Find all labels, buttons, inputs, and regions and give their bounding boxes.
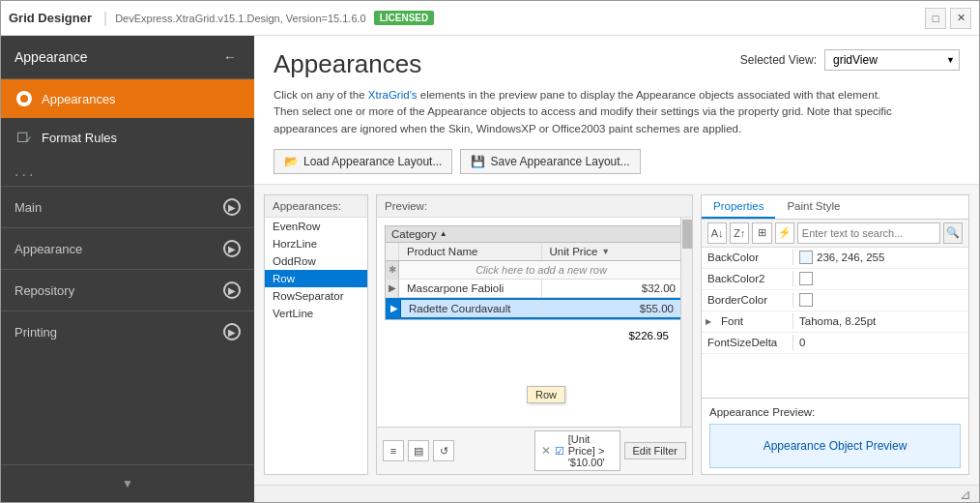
tooltip-text: Row — [535, 389, 557, 400]
load-appearance-button[interactable]: 📂 Load Appearance Layout... — [274, 149, 452, 174]
grid-view-button[interactable]: ⊞ — [752, 222, 771, 244]
sidebar-section-printing[interactable]: Printing ▶ — [1, 311, 254, 352]
prop-row-backcolor2: BackColor2 — [702, 269, 968, 290]
prop-value-backcolor[interactable]: 236, 246, 255 — [793, 249, 959, 266]
prop-name-bordercolor: BorderColor — [702, 292, 793, 308]
sort-za-button[interactable]: Z↑ — [730, 222, 749, 244]
appearances-panel-header: Appearances: — [265, 195, 367, 218]
page-title: Appearances — [274, 49, 421, 79]
prop-name-font: Font — [715, 313, 793, 329]
cell-price-1: $32.00 — [542, 280, 684, 297]
prop-value-bordercolor[interactable] — [793, 291, 968, 309]
sidebar-bottom-chevron-btn[interactable]: ▼ — [1, 464, 254, 502]
sidebar-appearance-chevron: ▶ — [223, 240, 241, 257]
prop-value-fontsizedelta[interactable]: 0 — [793, 335, 968, 350]
sidebar-header: Appearance ← — [1, 36, 254, 79]
panels-area: Appearances: EvenRow HorzLine OddRow Row… — [254, 185, 979, 485]
resize-handle[interactable]: ⊿ — [960, 487, 971, 502]
sidebar-item-format-rules[interactable]: ☐ ✓ Format Rules — [1, 118, 254, 157]
cell-product-2: Radette Courdavault — [401, 300, 542, 317]
list-item-vertline[interactable]: VertLine — [265, 305, 367, 322]
sidebar-section-appearance[interactable]: Appearance ▶ — [1, 227, 254, 269]
refresh-button[interactable]: ↺ — [433, 440, 454, 461]
grid-category-row: Category — [386, 226, 683, 243]
font-value: Tahoma, 8.25pt — [799, 315, 876, 327]
title-bar: Grid Designer | DevExpress.XtraGrid.v15.… — [1, 1, 979, 36]
list-item-rowseparator[interactable]: RowSeparator — [265, 287, 367, 305]
list-item-oddrow[interactable]: OddRow — [265, 252, 367, 270]
appearance-list: EvenRow HorzLine OddRow Row RowSeparator… — [265, 218, 367, 474]
preview-content: Category Product Name Unit Price — [377, 218, 692, 427]
sidebar-repository-chevron: ▶ — [223, 281, 241, 299]
sidebar-item-appearances[interactable]: Appearances — [1, 79, 254, 118]
grid-new-row: ✱ Click here to add a new row — [386, 261, 683, 280]
fontsizedelta-value: 0 — [799, 337, 805, 348]
cell-price-2: $55.00 — [542, 300, 682, 317]
list-item-evenrow[interactable]: EvenRow — [265, 218, 367, 235]
list-item-row[interactable]: Row — [265, 270, 367, 287]
sidebar-header-title: Appearance — [14, 49, 219, 65]
sidebar-section-main[interactable]: Main ▶ — [1, 186, 254, 227]
close-button[interactable]: ✕ — [950, 8, 971, 29]
edit-filter-button[interactable]: Edit Filter — [624, 442, 686, 459]
sidebar-section-repository-label: Repository — [14, 283, 74, 298]
properties-panel: Properties Paint Style A↓ Z↑ ⊞ ⚡ 🔍 — [701, 194, 969, 475]
prop-row-bordercolor: BorderColor — [702, 290, 968, 311]
tab-paint-style[interactable]: Paint Style — [775, 195, 851, 219]
minimize-button[interactable]: □ — [925, 8, 946, 29]
appearance-preview-section: Appearance Preview: Appearance Object Pr… — [702, 398, 968, 474]
prop-name-fontsizedelta: FontSizeDelta — [702, 335, 793, 350]
filter-close-button[interactable]: ✕ — [541, 444, 551, 458]
load-icon: 📂 — [284, 155, 299, 168]
status-bar: ⊿ — [254, 485, 979, 502]
column-unit-price[interactable]: Unit Price ▼ — [542, 243, 684, 260]
filter-checkbox[interactable]: ☑ — [555, 445, 564, 458]
cell-product-1: Mascarpone Fabioli — [399, 280, 542, 297]
category-button[interactable]: Category — [391, 228, 447, 240]
new-row-text[interactable]: Click here to add a new row — [399, 261, 683, 279]
list-item-horzline[interactable]: HorzLine — [265, 235, 367, 252]
backcolor-value: 236, 246, 255 — [817, 252, 884, 263]
prop-value-backcolor2[interactable] — [793, 270, 968, 287]
prop-name-backcolor2: BackColor2 — [702, 271, 793, 286]
prop-value-font[interactable]: Tahoma, 8.25pt — [793, 313, 968, 329]
licensed-badge: LICENSED — [374, 11, 435, 25]
table-view-button[interactable]: ≡ — [383, 440, 404, 461]
sidebar-dots: ... — [1, 157, 254, 186]
selected-view-dropdown[interactable]: gridView — [824, 49, 960, 71]
bolt-button[interactable]: ⚡ — [775, 222, 794, 244]
prop-search-button[interactable]: 🔍 — [943, 222, 963, 244]
row-indicator-selected: ▶ — [388, 300, 401, 317]
sidebar-back-button[interactable]: ← — [219, 47, 241, 67]
row-tooltip: Row — [527, 386, 565, 403]
save-appearance-button[interactable]: 💾 Save Appearance Layout... — [460, 149, 640, 174]
list-view-button[interactable]: ▤ — [408, 440, 429, 461]
table-row-selected[interactable]: ▶ Radette Courdavault $55.00 — [386, 298, 683, 319]
new-row-indicator: ✱ — [386, 261, 399, 279]
selected-view-container: Selected View: gridView — [740, 49, 960, 71]
scrollbar-thumb — [682, 220, 692, 249]
xtra-grid-link[interactable]: XtraGrid's — [368, 89, 418, 101]
chevron-down-icon: ▼ — [122, 477, 133, 490]
sidebar-section-repository[interactable]: Repository ▶ — [1, 269, 254, 311]
sidebar-bottom: ▼ — [1, 464, 254, 502]
preview-toolbar: ≡ ▤ ↺ ✕ ☑ [Unit Price] > '$10.00' Edit F… — [377, 427, 692, 474]
table-row[interactable]: ▶ Mascarpone Fabioli $32.00 — [386, 280, 683, 298]
sidebar-section-main-label: Main — [14, 200, 42, 215]
selected-view-wrapper: gridView — [824, 49, 960, 71]
sidebar-item-appearances-label: Appearances — [42, 92, 116, 106]
prop-row-font: ▶ Font Tahoma, 8.25pt — [702, 311, 968, 333]
tab-properties[interactable]: Properties — [702, 195, 775, 219]
backcolor-swatch — [799, 251, 813, 264]
appearance-preview-box: Appearance Object Preview — [709, 424, 961, 468]
selected-view-label: Selected View: — [740, 53, 817, 67]
main-layout: Appearance ← Appearances ☐ ✓ Format Rule… — [1, 36, 979, 502]
column-product-name[interactable]: Product Name — [399, 243, 542, 260]
format-icon: ☐ ✓ — [14, 128, 34, 147]
grid-scrollbar[interactable] — [680, 218, 692, 427]
content-area: Appearances Selected View: gridView Clic… — [254, 36, 979, 502]
filter-text: [Unit Price] > '$10.00' — [568, 433, 614, 468]
prop-search-input[interactable] — [797, 222, 940, 244]
preview-panel-header: Preview: — [377, 195, 692, 218]
sort-az-button[interactable]: A↓ — [707, 222, 727, 244]
